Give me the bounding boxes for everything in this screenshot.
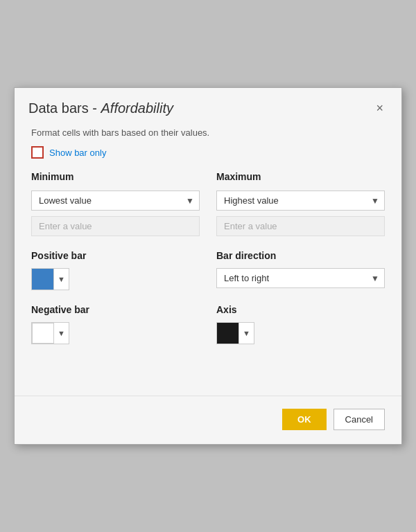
bar-direction-label: Bar direction	[216, 250, 385, 261]
dialog-body: Format cells with bars based on their va…	[15, 121, 401, 368]
min-max-labels-row: Minimum Maximum	[31, 171, 385, 185]
positive-bar-color-row: ▼	[31, 268, 200, 290]
negative-bar-label: Negative bar	[31, 304, 200, 315]
bar-direction-select-wrapper: Left to right Right to left Context ▼	[216, 268, 385, 288]
title-bar: Data bars - Affordability ×	[15, 88, 401, 121]
minimum-value-input[interactable]	[31, 216, 200, 236]
maximum-select-wrapper: Highest value Number Percent Formula Per…	[216, 190, 385, 211]
maximum-label: Maximum	[216, 171, 385, 182]
axis-color-row: ▼	[216, 322, 385, 344]
positive-bar-group: Positive bar ▼	[31, 250, 200, 294]
dialog-footer: OK Cancel	[15, 396, 401, 444]
negative-bar-color-row: ▼	[31, 322, 200, 344]
axis-group: Axis ▼	[216, 304, 385, 348]
dialog-title: Data bars - Affordability	[28, 100, 173, 116]
min-max-dropdowns-row: Lowest value Number Percent Formula Perc…	[31, 190, 385, 211]
posbar-bardir-row: Positive bar ▼ Bar direction Left to rig…	[31, 250, 385, 294]
axis-label: Axis	[216, 304, 385, 315]
positive-bar-swatch	[32, 269, 54, 290]
subtitle-text: Format cells with bars based on their va…	[31, 127, 385, 138]
dialog-container: Data bars - Affordability × Format cells…	[14, 87, 402, 445]
minimum-label: Minimum	[31, 171, 200, 182]
negative-bar-group: Negative bar ▼	[31, 304, 200, 348]
close-button[interactable]: ×	[372, 100, 388, 116]
minimum-dropdown[interactable]: Lowest value Number Percent Formula Perc…	[31, 190, 200, 211]
negative-bar-swatch	[32, 323, 54, 344]
show-bar-checkbox-wrapper[interactable]: Show bar only	[31, 146, 106, 159]
title-static: Data bars -	[28, 100, 101, 116]
axis-color-button[interactable]: ▼	[216, 322, 254, 344]
ok-button[interactable]: OK	[282, 409, 327, 430]
cancel-button[interactable]: Cancel	[333, 409, 385, 430]
positive-bar-label: Positive bar	[31, 250, 200, 261]
show-bar-checkbox[interactable]	[31, 146, 44, 159]
positive-bar-color-arrow: ▼	[54, 269, 69, 290]
axis-swatch	[217, 323, 239, 344]
maximum-value-input[interactable]	[216, 216, 385, 236]
negative-bar-color-arrow: ▼	[54, 323, 69, 344]
axis-color-arrow: ▼	[239, 323, 254, 344]
bar-direction-group: Bar direction Left to right Right to lef…	[216, 250, 385, 294]
positive-bar-color-button[interactable]: ▼	[31, 268, 69, 290]
bar-direction-dropdown[interactable]: Left to right Right to left Context	[216, 268, 385, 288]
min-max-inputs-row	[31, 216, 385, 236]
maximum-dropdown[interactable]: Highest value Number Percent Formula Per…	[216, 190, 385, 211]
show-bar-row: Show bar only	[31, 146, 385, 159]
title-italic: Affordability	[101, 100, 173, 116]
negative-bar-color-button[interactable]: ▼	[31, 322, 69, 344]
minimum-select-wrapper: Lowest value Number Percent Formula Perc…	[31, 190, 200, 211]
negbar-axis-row: Negative bar ▼ Axis ▼	[31, 304, 385, 348]
show-bar-label: Show bar only	[49, 148, 106, 158]
